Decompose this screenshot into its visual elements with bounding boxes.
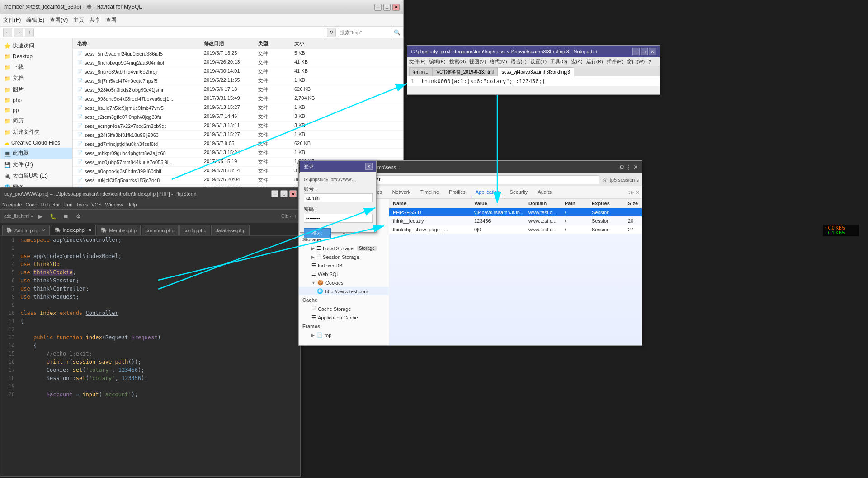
npp-menu-run[interactable]: 运行(R) <box>586 58 603 65</box>
sidebar-documents[interactable]: 📁文档 <box>0 73 72 84</box>
dt-item-cookies[interactable]: ▼ 🍪 Cookies <box>299 278 389 287</box>
npp-menu-tools[interactable]: 工具(O) <box>550 58 567 65</box>
npp-tab-1[interactable]: ¥m·m... <box>409 67 432 76</box>
login-close[interactable]: ✕ <box>365 163 373 170</box>
forward-button[interactable]: → <box>14 28 23 37</box>
npp-menu-help[interactable]: ? <box>648 59 651 65</box>
sidebar-pp[interactable]: 📁pp <box>0 105 72 115</box>
ps-close[interactable]: ✕ <box>289 190 297 197</box>
ps-maximize[interactable]: □ <box>280 190 288 197</box>
col-name[interactable]: Name <box>391 200 472 207</box>
sidebar-php[interactable]: 📁php <box>0 95 72 105</box>
col-date[interactable]: 修改日期 <box>203 39 257 48</box>
file-row[interactable]: 📄 sess_bs1le7h5te9jqmuc9imb47vrv5 2019/6… <box>73 103 403 112</box>
npp-menu-plugin[interactable]: 插件(P) <box>607 58 623 65</box>
menu-edit[interactable]: 编辑(E) <box>26 16 44 24</box>
col-type[interactable]: 类型 <box>257 39 293 48</box>
file-row[interactable]: 📄 sess_8rj7rn5vel474n0eqtc7npsf5 2019/5/… <box>73 76 403 85</box>
sidebar-drive-l[interactable]: 🔌太白架U盘 (L:) <box>0 170 72 182</box>
col-size[interactable]: Size <box>626 200 642 207</box>
search-input[interactable] <box>338 28 392 37</box>
sidebar-jianli[interactable]: 📁简历 <box>0 115 72 127</box>
menu-view-tab[interactable]: 查看 <box>106 16 117 24</box>
sidebar-downloads[interactable]: 📁下载 <box>0 61 72 73</box>
ps-tab-database[interactable]: database.php <box>211 225 250 235</box>
refresh-button[interactable]: ↻ <box>327 28 336 37</box>
col-domain[interactable]: Domain <box>527 200 563 207</box>
file-row[interactable]: 📄 sess_ecrngr4oa7v22v7scd2m2pb9qt 2019/6… <box>73 122 403 131</box>
sidebar-this-pc[interactable]: 💻此电脑 <box>0 148 72 159</box>
minimize-button[interactable]: ─ <box>374 4 382 11</box>
close-button[interactable]: ✕ <box>392 4 400 11</box>
dt-item-websql[interactable]: ☰ Web SQL <box>299 270 389 278</box>
run-button[interactable]: ▶ <box>36 211 46 221</box>
devtools-dock-icon[interactable]: ⋮ <box>626 164 632 170</box>
ps-menu-run[interactable]: Run <box>63 202 72 207</box>
menu-view[interactable]: 查看(V) <box>50 16 68 24</box>
npp-tab-3[interactable]: sess_vjl4bavo3saamh3f3brktfnpj3 <box>498 67 574 76</box>
npp-menu-lang[interactable]: 语言(L) <box>511 58 527 65</box>
dt-tab-profiles[interactable]: Profiles <box>444 187 470 197</box>
sidebar-new-folder[interactable]: 📁新建文件夹 <box>0 127 72 138</box>
ps-menu-refactor[interactable]: Refactor <box>41 202 60 207</box>
settings-icon[interactable]: ⚙ <box>74 211 84 221</box>
notepad-maximize[interactable]: □ <box>641 48 648 55</box>
file-row[interactable]: 📄 sess_mhkpr09gubc4phgtm8e3ajjo68 2019/6… <box>73 149 403 158</box>
dt-bookmark-icon[interactable]: ☆ <box>602 177 607 183</box>
dt-item-top-frame[interactable]: ▶ 📄 top <box>299 331 389 339</box>
password-input[interactable] <box>304 214 373 223</box>
col-value[interactable]: Value <box>472 200 527 207</box>
ps-minimize[interactable]: ─ <box>271 190 278 197</box>
ps-menu-navigate[interactable]: Navigate <box>2 202 22 207</box>
ps-tab-common[interactable]: common.php <box>142 225 179 235</box>
file-row[interactable]: 📄 sess_6ncrobvqo904mqj2aa604mlioh 2019/4… <box>73 58 403 67</box>
dt-item-session-storage[interactable]: ▶ ☰ Session Storage <box>299 253 389 261</box>
sidebar-pictures[interactable]: 📁图片 <box>0 84 72 95</box>
npp-menu-window[interactable]: 窗口(W) <box>627 58 645 65</box>
dt-url-bar[interactable] <box>349 175 599 184</box>
dt-item-app-cache[interactable]: ☰ Application Cache <box>299 313 389 322</box>
sidebar-drive-j[interactable]: 💾文件 (J:) <box>0 159 72 170</box>
ps-tab-member[interactable]: 🐘 Member.php <box>97 225 141 235</box>
npp-menu-view[interactable]: 视图(V) <box>469 58 486 65</box>
dt-close-tab[interactable]: ✕ <box>635 189 640 196</box>
npp-menu-macro[interactable]: 宏(A) <box>571 58 583 65</box>
file-row[interactable]: 📄 sess_998dhc9e4k08reqi47bovvu6coj1... 2… <box>73 94 403 103</box>
close-tab-icon-2[interactable]: ✕ <box>88 228 92 232</box>
cookie-row[interactable]: PHPSESSID vjl4bavo3saamh3f3brk... www.te… <box>389 208 642 217</box>
menu-main[interactable]: 主页 <box>73 16 84 24</box>
phpstorm-editor[interactable]: 1namespace app\index\controller; 2 3use … <box>0 236 300 476</box>
dt-tab-network[interactable]: Network <box>388 187 415 197</box>
col-path[interactable]: Path <box>563 200 590 207</box>
npp-tab-2[interactable]: VC书签备份_2019-6-13.html <box>432 67 498 76</box>
back-button[interactable]: ← <box>3 28 12 37</box>
file-row[interactable]: 📄 sess_gd7r4ncjptjclhu8kn34csf6td 2019/5… <box>73 140 403 149</box>
sidebar-desktop[interactable]: 📁Desktop <box>0 52 72 61</box>
ps-menu-tools[interactable]: Tools <box>76 202 88 207</box>
cookie-row[interactable]: thinkphp_show_page_t... 0|0 www.test.c..… <box>389 225 642 234</box>
dt-tab-application[interactable]: Application <box>471 187 505 197</box>
dt-item-cache-storage[interactable]: ☰ Cache Storage <box>299 305 389 313</box>
ps-tab-admin[interactable]: 🐘 Admin.php ✕ <box>2 225 50 235</box>
dt-item-test-domain[interactable]: 🌐 http://www.test.com <box>299 287 389 295</box>
npp-menu-format[interactable]: 格式(M) <box>490 58 507 65</box>
search-button[interactable]: 🔍 <box>394 29 401 36</box>
menu-file[interactable]: 文件(F) <box>3 16 21 24</box>
close-tab-icon[interactable]: ✕ <box>42 228 46 233</box>
ps-menu-window[interactable]: Window <box>105 202 123 207</box>
menu-share[interactable]: 共享 <box>90 16 100 24</box>
file-row[interactable]: 📄 sess_g24t5ife3bf81fk18u96lj9063 2019/6… <box>73 131 403 140</box>
dt-tab-security[interactable]: Security <box>505 187 533 197</box>
npp-menu-search[interactable]: 搜索(S) <box>449 58 466 65</box>
username-input[interactable] <box>304 193 373 202</box>
sidebar-quick-access[interactable]: ⭐快速访问 <box>0 40 72 52</box>
ps-tab-index[interactable]: 🐘 Index.php ✕ <box>51 225 96 235</box>
npp-menu-settings[interactable]: 设置(T) <box>530 58 547 65</box>
maximize-button[interactable]: □ <box>383 4 391 11</box>
ps-menu-vcs[interactable]: VCS <box>91 202 102 207</box>
ps-menu-code[interactable]: Code <box>25 202 37 207</box>
dt-tab-timeline[interactable]: Timeline <box>416 187 443 197</box>
devtools-close-icon[interactable]: ✕ <box>633 164 638 170</box>
ps-menu-help[interactable]: Help <box>127 202 137 207</box>
file-row[interactable]: 📄 sess_928ko5n3ldds2iobg90c41jsmr 2019/5… <box>73 85 403 94</box>
